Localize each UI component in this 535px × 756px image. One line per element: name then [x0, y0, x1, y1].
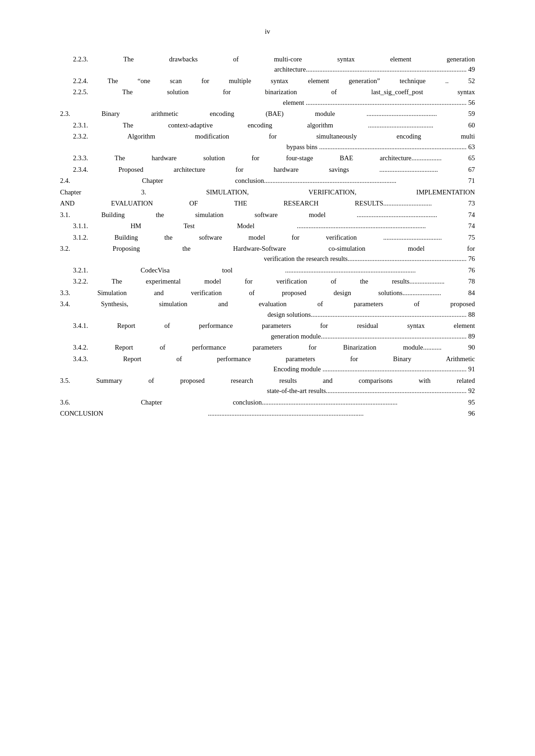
toc-line: 3.1. Building the simulation software mo… — [60, 210, 475, 220]
toc-entry: 2.3. Binary arithmetic encoding (BAE) mo… — [60, 109, 475, 119]
toc-container: 2.2.3. The drawbacks of multi-core synta… — [60, 54, 475, 418]
toc-entry: 3.2. Proposing the Hardware-Software co-… — [60, 243, 475, 264]
toc-continuation: bypass bins ............................… — [60, 142, 475, 152]
toc-entry: Chapter 3. SIMULATION, VERIFICATION, IMP… — [60, 187, 475, 197]
toc-entry: 3.5. Summary of proposed research result… — [60, 375, 475, 396]
toc-entry: 2.4. Chapter conclusion.................… — [60, 175, 475, 186]
toc-line: 2.2.4. The “one scan for multiple syntax… — [60, 76, 475, 86]
toc-line: 3.4.3. Report of performance parameters … — [60, 354, 475, 364]
toc-line: 3.4. Synthesis, simulation and evaluatio… — [60, 299, 475, 309]
toc-continuation: verification the research results.......… — [60, 254, 475, 264]
toc-entry: 3.6. Chapter conclusion.................… — [60, 397, 475, 407]
toc-line: 3.3. Simulation and verification of prop… — [60, 288, 475, 298]
toc-line: 2.3.4. Proposed architecture for hardwar… — [60, 164, 475, 175]
toc-entry: 2.3.3. The hardware solution for four-st… — [60, 153, 475, 163]
toc-entry: 3.1.1. HM Test Model ...................… — [60, 221, 475, 231]
toc-entry: AND EVALUATION OF THE RESEARCH RESULTS..… — [60, 198, 475, 208]
toc-line: 2.3.3. The hardware solution for four-st… — [60, 153, 475, 163]
toc-entry: 3.1.2. Building the software model for v… — [60, 232, 475, 242]
toc-line: 3.6. Chapter conclusion.................… — [60, 397, 475, 407]
toc-line: AND EVALUATION OF THE RESEARCH RESULTS..… — [60, 198, 475, 208]
toc-line: 3.4.1. Report of performance parameters … — [60, 321, 475, 331]
page-number: iv — [60, 28, 475, 36]
toc-entry: 2.3.2. Algorithm modification for simult… — [60, 131, 475, 152]
toc-line: 3.2.1. CodecVisa tool ..................… — [60, 265, 475, 275]
toc-line: 2.3.2. Algorithm modification for simult… — [60, 131, 475, 141]
toc-entry: 3.4.3. Report of performance parameters … — [60, 354, 475, 375]
toc-entry: 3.4.2. Report of performance parameters … — [60, 342, 475, 352]
toc-line: 3.5. Summary of proposed research result… — [60, 375, 475, 386]
toc-continuation: architecture............................… — [60, 64, 475, 74]
toc-line: 2.3.1. The context-adaptive encoding alg… — [60, 120, 475, 130]
toc-continuation: generation module.......................… — [60, 331, 475, 341]
toc-entry: 2.2.4. The “one scan for multiple syntax… — [60, 76, 475, 86]
toc-entry: 3.2.2. The experimental model for verifi… — [60, 276, 475, 286]
toc-line: 3.4.2. Report of performance parameters … — [60, 342, 475, 352]
toc-entry: 2.3.1. The context-adaptive encoding alg… — [60, 120, 475, 130]
toc-continuation: element ................................… — [60, 97, 475, 108]
toc-continuation: Encoding module ........................… — [60, 364, 475, 374]
page: iv 2.2.3. The drawbacks of multi-core sy… — [0, 0, 535, 756]
toc-entry: 3.4. Synthesis, simulation and evaluatio… — [60, 299, 475, 320]
toc-line: Chapter 3. SIMULATION, VERIFICATION, IMP… — [60, 187, 475, 197]
toc-continuation: design solutions........................… — [60, 309, 475, 320]
toc-entry: 3.2.1. CodecVisa tool ..................… — [60, 265, 475, 275]
toc-entry: 3.3. Simulation and verification of prop… — [60, 288, 475, 298]
toc-line: 2.4. Chapter conclusion.................… — [60, 175, 475, 186]
toc-line: CONCLUSION .............................… — [60, 408, 475, 418]
toc-entry: 2.3.4. Proposed architecture for hardwar… — [60, 164, 475, 175]
toc-line: 2.2.5. The solution for binarization of … — [60, 87, 475, 97]
toc-line: 3.1.1. HM Test Model ...................… — [60, 221, 475, 231]
toc-line: 3.1.2. Building the software model for v… — [60, 232, 475, 242]
toc-line: 3.2.2. The experimental model for verifi… — [60, 276, 475, 286]
toc-entry: 2.2.5. The solution for binarization of … — [60, 87, 475, 108]
toc-continuation: state-of-the-art results................… — [60, 386, 475, 396]
toc-entry: 3.4.1. Report of performance parameters … — [60, 321, 475, 341]
toc-entry: 2.2.3. The drawbacks of multi-core synta… — [60, 54, 475, 75]
toc-line: 2.3. Binary arithmetic encoding (BAE) mo… — [60, 109, 475, 119]
toc-entry: 3.1. Building the simulation software mo… — [60, 210, 475, 220]
toc-entry: CONCLUSION .............................… — [60, 408, 475, 418]
toc-line: 3.2. Proposing the Hardware-Software co-… — [60, 243, 475, 254]
toc-line: 2.2.3. The drawbacks of multi-core synta… — [60, 54, 475, 64]
